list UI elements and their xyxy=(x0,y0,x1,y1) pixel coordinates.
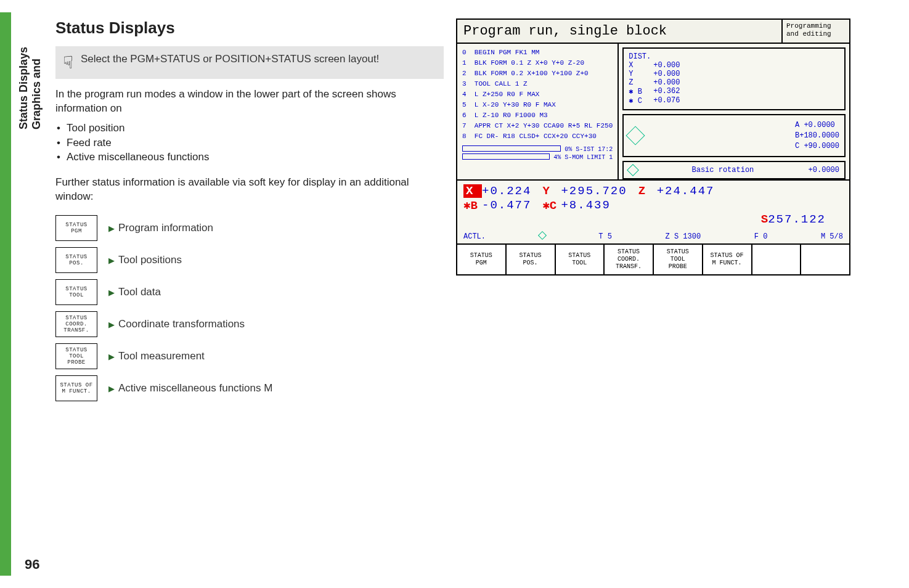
status-t: T 5 xyxy=(598,232,612,241)
softkey-button[interactable]: STATUSTOOLPROBE xyxy=(55,343,97,369)
screenshot-softkey[interactable]: STATUSTOOLPROBE xyxy=(654,245,703,274)
diamond-icon xyxy=(627,164,639,176)
diamond-icon xyxy=(538,231,547,240)
val-b: -0.477 xyxy=(482,198,531,212)
dist-row: X+0.000 xyxy=(629,61,839,70)
screenshot-softkey-line: PGM xyxy=(459,259,504,267)
program-line: 2 BLK FORM 0.2 X+100 Y+100 Z+0 xyxy=(462,68,613,79)
softkey-description: Tool data xyxy=(118,286,161,298)
angle-b: B+180.0000 xyxy=(795,131,839,141)
diamond-icon xyxy=(626,126,645,145)
dist-heading: DIST. xyxy=(629,52,839,61)
status-actl: ACTL. xyxy=(463,232,486,241)
program-line: 4 L Z+250 R0 F MAX xyxy=(462,89,613,100)
arrow-icon: ▶ xyxy=(108,352,115,361)
note-text: Select the PGM+STATUS or POSITION+STATUS… xyxy=(81,52,379,67)
axis-b: ✱B xyxy=(463,198,482,213)
softkey-label-line: COORD. xyxy=(56,321,97,327)
note-box: ☟ Select the PGM+STATUS or POSITION+STAT… xyxy=(55,46,444,79)
program-line: 7 APPR CT X+2 Y+30 CCA90 R+5 RL F250 xyxy=(462,121,613,131)
softkey-row: STATUSTOOLPROBE▶Tool measurement xyxy=(55,343,444,369)
status-zs: Z S 1300 xyxy=(666,232,701,241)
page-accent-bar xyxy=(0,12,11,576)
dist-axis: ✱ B xyxy=(629,87,653,96)
arrow-icon: ▶ xyxy=(108,384,115,393)
screenshot-softkey-line: M FUNCT. xyxy=(704,259,750,267)
page-title: Status Displays xyxy=(55,18,444,38)
softkey-label-line: TOOL xyxy=(56,292,97,298)
screenshot-softkey-line: STATUS xyxy=(655,248,701,256)
screenshot-softkey-line: TOOL xyxy=(557,259,603,267)
screenshot-softkey[interactable]: STATUSCOORD.TRANSF. xyxy=(605,245,654,274)
screenshot-softkey-line: POS. xyxy=(508,259,553,267)
axis-z: Z xyxy=(638,184,657,198)
dist-value: +0.076 xyxy=(653,96,680,105)
status-line: ACTL. T 5 Z S 1300 F 0 M 5/8 xyxy=(457,231,849,243)
screenshot-softkey[interactable] xyxy=(801,245,849,274)
softkey-description: Active miscellaneous functions M xyxy=(118,382,272,394)
screenshot-softkey[interactable]: STATUS OFM FUNCT. xyxy=(703,245,752,274)
softkey-label-line: STATUS xyxy=(56,222,97,228)
dist-value: +0.000 xyxy=(653,70,680,78)
softkey-button[interactable]: STATUSPGM xyxy=(55,215,97,241)
page-number: 96 xyxy=(25,557,39,573)
screenshot-softkey[interactable] xyxy=(752,245,802,274)
program-line: 1 BLK FORM 0.1 Z X+0 Y+0 Z-20 xyxy=(462,58,613,68)
rotation-value: +0.0000 xyxy=(809,166,839,174)
dist-row: Z+0.000 xyxy=(629,78,839,87)
left-column: Status Displays ☟ Select the PGM+STATUS … xyxy=(18,18,444,582)
dist-axis: X xyxy=(629,61,653,70)
screenshot-softkey[interactable]: STATUSPOS. xyxy=(507,245,556,274)
softkey-button[interactable]: STATUSPOS. xyxy=(55,247,97,273)
dist-box: DIST. X+0.000Y+0.000Z+0.000✱ B+0.362✱ C+… xyxy=(622,47,846,110)
val-y: +295.720 xyxy=(561,184,627,198)
val-s: 257.122 xyxy=(768,213,826,226)
side-tab-line2: Status Displays xyxy=(17,47,30,129)
softkey-row: STATUSCOORD.TRANSF.▶Coordinate transform… xyxy=(55,311,444,337)
axis-x: X xyxy=(463,184,482,198)
program-line: 8 FC DR- R18 CLSD+ CCX+20 CCY+30 xyxy=(462,131,613,142)
cnc-screenshot: Program run, single block Programming an… xyxy=(456,18,850,276)
program-line: 6 L Z-10 R0 F1000 M3 xyxy=(462,110,613,121)
override-label-2: 4% S-MOM LIMIT 1 xyxy=(553,154,613,161)
softkey-button[interactable]: STATUS OFM FUNCT. xyxy=(55,375,97,401)
screenshot-header: Program run, single block Programming an… xyxy=(457,20,849,44)
softkey-label-line: TRANSF. xyxy=(56,327,97,333)
dist-value: +0.362 xyxy=(653,87,680,96)
arrow-icon: ▶ xyxy=(108,224,115,233)
screenshot-title: Program run, single block xyxy=(457,20,781,43)
softkey-row: STATUSTOOL▶Tool data xyxy=(55,279,444,305)
val-c: +8.439 xyxy=(561,198,610,212)
arrow-icon: ▶ xyxy=(108,320,115,329)
intro-text: In the program run modes a window in the… xyxy=(55,88,444,116)
side-tab-line1: Graphics and xyxy=(30,47,43,129)
softkey-list: STATUSPGM▶Program informationSTATUSPOS.▶… xyxy=(55,215,444,401)
softkey-row: STATUSPGM▶Program information xyxy=(55,215,444,241)
override-label-1: 0% S-IST 17:2 xyxy=(565,146,613,153)
axis-s: S xyxy=(749,213,768,226)
softkey-button[interactable]: STATUSCOORD.TRANSF. xyxy=(55,311,97,337)
arrow-icon: ▶ xyxy=(108,256,115,265)
angle-c: C +90.0000 xyxy=(795,141,839,152)
softkey-button[interactable]: STATUSTOOL xyxy=(55,279,97,305)
screenshot-softkey-line: PROBE xyxy=(655,263,701,271)
bullet-item: Active miscellaneous functions xyxy=(55,150,444,165)
status-pane: DIST. X+0.000Y+0.000Z+0.000✱ B+0.362✱ C+… xyxy=(619,44,849,179)
further-text: Further status information is available … xyxy=(55,176,444,204)
dist-value: +0.000 xyxy=(653,61,680,70)
screenshot-softkey-line: STATUS xyxy=(508,252,553,259)
softkey-description: Tool positions xyxy=(118,254,182,266)
screenshot-softkey[interactable]: STATUSPGM xyxy=(457,245,507,274)
screenshot-softkey-line: COORD. xyxy=(606,256,651,263)
softkey-label-line: STATUS xyxy=(56,347,97,353)
screenshot-softkey-line: TRANSF. xyxy=(606,263,651,271)
screenshot-softkey-line: STATUS OF xyxy=(704,252,750,259)
screenshot-softkey[interactable]: STATUSTOOL xyxy=(556,245,605,274)
bullet-list: Tool position Feed rate Active miscellan… xyxy=(55,121,444,165)
override-bar-1 xyxy=(462,145,561,152)
program-line: 5 L X-20 Y+30 R0 F MAX xyxy=(462,100,613,110)
val-z: +24.447 xyxy=(657,184,715,198)
softkey-description: Tool measurement xyxy=(118,350,205,362)
program-footer: 0% S-IST 17:2 4% S-MOM LIMIT 1 xyxy=(462,145,613,161)
rotation-label: Basic rotation xyxy=(692,166,754,174)
